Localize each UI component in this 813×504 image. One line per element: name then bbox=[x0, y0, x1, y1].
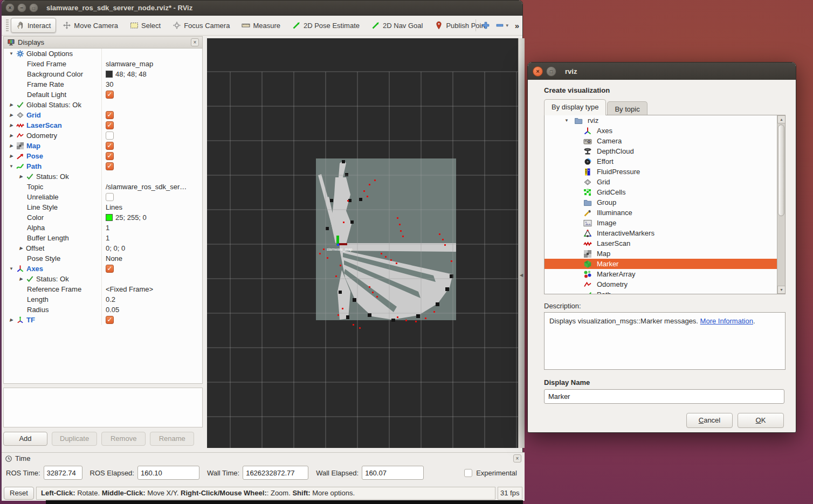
display-row-pose-style[interactable]: Pose StyleNone bbox=[4, 253, 202, 264]
views-panel-collapsed-splitter[interactable] bbox=[518, 38, 525, 448]
tree-item-grid[interactable]: Grid bbox=[545, 177, 777, 187]
visibility-checkbox[interactable] bbox=[106, 152, 114, 160]
remove-tool-button[interactable]: ▼ bbox=[495, 21, 509, 30]
visibility-checkbox[interactable] bbox=[106, 162, 114, 170]
display-row-color[interactable]: Color25; 255; 0 bbox=[4, 212, 202, 223]
visibility-checkbox[interactable] bbox=[106, 132, 114, 140]
expander-icon[interactable] bbox=[9, 130, 14, 141]
tab-by-display-type[interactable]: By display type bbox=[544, 99, 606, 115]
displays-panel-header[interactable]: Displays bbox=[3, 36, 203, 49]
window-maximize-button[interactable] bbox=[29, 3, 38, 12]
display-row-path-status[interactable]: Status: Ok bbox=[4, 171, 202, 182]
display-row-topic[interactable]: Topic/slamware_ros_sdk_ser… bbox=[4, 182, 202, 192]
display-row-length[interactable]: Length0.2 bbox=[4, 294, 202, 305]
tree-item-axes[interactable]: Axes bbox=[545, 126, 777, 136]
tree-item-gridcells[interactable]: GridCells bbox=[545, 187, 777, 197]
time-close-button[interactable] bbox=[513, 454, 521, 462]
display-row-reference-frame[interactable]: Reference Frame<Fixed Frame> bbox=[4, 284, 202, 294]
expander-icon[interactable] bbox=[9, 315, 14, 325]
ok-button[interactable]: OK bbox=[738, 413, 784, 428]
display-row-buffer-length[interactable]: Buffer Length1 bbox=[4, 233, 202, 243]
tree-item-interactivemarkers[interactable]: InteractiveMarkers bbox=[545, 228, 777, 238]
expander-icon[interactable] bbox=[564, 118, 569, 123]
expander-icon[interactable] bbox=[9, 264, 14, 274]
more-information-link[interactable]: More Information bbox=[700, 317, 753, 325]
display-row-fixed-frame[interactable]: Fixed Frameslamware_map bbox=[4, 59, 202, 69]
tree-item-odometry[interactable]: Odometry bbox=[545, 279, 777, 289]
experimental-checkbox[interactable] bbox=[464, 469, 472, 477]
tool-select[interactable]: Select bbox=[125, 18, 166, 33]
visibility-checkbox[interactable] bbox=[106, 111, 114, 119]
tool-interact[interactable]: Interact bbox=[11, 18, 56, 33]
scrollbar-thumb[interactable] bbox=[778, 125, 784, 216]
display-row-map[interactable]: Map bbox=[4, 141, 202, 151]
display-row-offset[interactable]: Offset0; 0; 0 bbox=[4, 243, 202, 253]
display-row-path[interactable]: Path bbox=[4, 161, 202, 171]
display-row-frame-rate[interactable]: Frame Rate30 bbox=[4, 79, 202, 89]
display-name-input[interactable] bbox=[544, 389, 784, 404]
tree-item-markerarray[interactable]: MarkerArray bbox=[545, 269, 777, 279]
tool-measure[interactable]: Measure bbox=[236, 18, 286, 33]
window-minimize-button[interactable] bbox=[17, 3, 26, 12]
add-tool-button[interactable] bbox=[481, 21, 490, 30]
expander-icon[interactable] bbox=[9, 151, 14, 161]
dialog-maximize-button[interactable] bbox=[546, 66, 556, 77]
tool-2d-nav-goal[interactable]: 2D Nav Goal bbox=[366, 18, 428, 33]
scroll-down-icon[interactable] bbox=[777, 286, 786, 294]
display-row-alpha[interactable]: Alpha1 bbox=[4, 223, 202, 233]
display-row-tf[interactable]: TF bbox=[4, 315, 202, 325]
tree-item-marker-selected[interactable]: Marker bbox=[545, 259, 777, 269]
visibility-checkbox[interactable] bbox=[106, 121, 114, 129]
expander-icon[interactable] bbox=[18, 171, 24, 182]
ros-elapsed-input[interactable] bbox=[137, 466, 199, 480]
tree-item-image[interactable]: Image bbox=[545, 218, 777, 228]
visibility-checkbox[interactable] bbox=[106, 316, 114, 324]
expander-icon[interactable] bbox=[9, 49, 14, 59]
tree-item-rviz[interactable]: rviz bbox=[545, 115, 777, 126]
window-titlebar[interactable]: slamware_ros_sdk_server_node.rviz* - RVi… bbox=[2, 1, 522, 16]
wall-time-input[interactable] bbox=[243, 466, 308, 480]
unreliable-checkbox[interactable] bbox=[106, 193, 114, 201]
tree-item-laserscan[interactable]: LaserScan bbox=[545, 238, 777, 248]
visibility-checkbox[interactable] bbox=[106, 142, 114, 150]
expander-icon[interactable] bbox=[9, 120, 14, 130]
visibility-checkbox[interactable] bbox=[106, 91, 114, 99]
display-row-radius[interactable]: Radius0.05 bbox=[4, 305, 202, 315]
rename-display-button[interactable]: Rename bbox=[150, 432, 194, 446]
toolbar-grip[interactable] bbox=[6, 19, 9, 31]
displays-close-button[interactable] bbox=[191, 38, 199, 46]
tool-focus-camera[interactable]: Focus Camera bbox=[167, 18, 235, 33]
tree-item-effort[interactable]: Effort bbox=[545, 156, 777, 167]
cancel-button[interactable]: Cancel bbox=[686, 413, 733, 428]
display-row-laserscan[interactable]: LaserScan bbox=[4, 120, 202, 130]
dialog-titlebar[interactable]: rviz bbox=[528, 63, 796, 80]
display-row-axes-status[interactable]: Status: Ok bbox=[4, 274, 202, 284]
expander-icon[interactable] bbox=[9, 110, 14, 120]
tool-2d-pose-estimate[interactable]: 2D Pose Estimate bbox=[287, 18, 365, 33]
display-row-global-status[interactable]: Global Status: Ok bbox=[4, 100, 202, 110]
window-close-button[interactable] bbox=[5, 3, 15, 12]
tree-item-depthcloud[interactable]: DepthCloud bbox=[545, 146, 777, 156]
display-row-odometry[interactable]: Odometry bbox=[4, 130, 202, 141]
display-row-background-color[interactable]: Background Color48; 48; 48 bbox=[4, 69, 202, 79]
scroll-up-icon[interactable] bbox=[777, 115, 786, 123]
toolbar-overflow-button[interactable]: » bbox=[515, 21, 519, 30]
tree-item-illuminance[interactable]: Illuminance bbox=[545, 208, 777, 218]
display-row-axes[interactable]: Axes bbox=[4, 264, 202, 274]
display-row-grid[interactable]: Grid bbox=[4, 110, 202, 120]
expander-icon[interactable] bbox=[18, 243, 24, 253]
display-row-global-options[interactable]: Global Options bbox=[4, 49, 202, 59]
expander-icon[interactable] bbox=[9, 161, 14, 171]
remove-display-button[interactable]: Remove bbox=[101, 432, 146, 446]
expander-icon[interactable] bbox=[9, 100, 14, 110]
reset-button[interactable]: Reset bbox=[4, 487, 34, 500]
dialog-close-button[interactable] bbox=[533, 66, 543, 77]
add-display-button[interactable]: Add bbox=[3, 432, 47, 446]
tree-item-map[interactable]: Map bbox=[545, 248, 777, 259]
tree-scrollbar[interactable] bbox=[777, 115, 785, 294]
tree-item-group[interactable]: Group bbox=[545, 197, 777, 208]
tool-move-camera[interactable]: Move Camera bbox=[57, 18, 123, 33]
expander-icon[interactable] bbox=[18, 274, 24, 284]
wall-elapsed-input[interactable] bbox=[362, 466, 424, 480]
display-row-line-style[interactable]: Line StyleLines bbox=[4, 202, 202, 212]
